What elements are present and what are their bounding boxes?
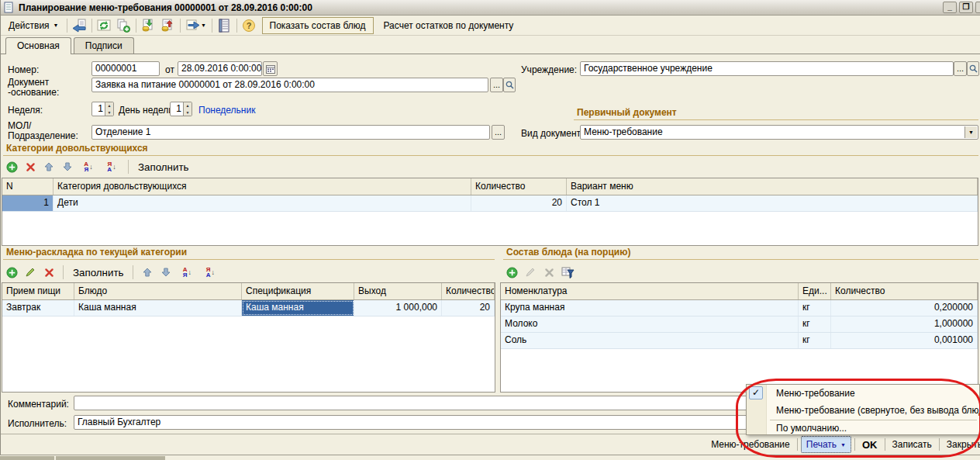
help-button[interactable]: ? [240, 17, 259, 34]
restore-button[interactable]: ❐ [959, 2, 973, 13]
meal-cell[interactable]: Завтрак [2, 300, 74, 316]
close-button[interactable]: × [975, 2, 980, 13]
move-up-button[interactable] [42, 160, 56, 174]
spec-cell-selected[interactable]: Каша манная [242, 300, 354, 316]
delete-row-button[interactable] [42, 265, 56, 279]
column-header-item[interactable]: Номенклатура [501, 283, 799, 299]
delete-row-button[interactable] [23, 160, 37, 174]
add-row-button[interactable] [505, 265, 519, 279]
mol-department-field[interactable]: Отделение 1 [91, 125, 490, 140]
table-row[interactable]: Соль кг 0,001000 [501, 333, 978, 349]
week-stepper[interactable]: 1 ▲▼ [91, 102, 114, 116]
refresh-button[interactable] [95, 17, 114, 34]
print-button[interactable]: Печать ▼ [801, 436, 851, 453]
row-number-cell[interactable]: 1 [2, 195, 53, 211]
fill-from-basis-button[interactable] [70, 17, 89, 34]
column-header-n[interactable]: N [2, 178, 53, 195]
column-header-meal[interactable]: Прием пищи [2, 283, 74, 299]
add-row-button[interactable] [5, 160, 19, 174]
institution-open-button[interactable] [967, 61, 979, 76]
sort-ascending-button[interactable]: АЯ↓ [79, 160, 98, 174]
qty-cell[interactable]: 0,001000 [831, 333, 978, 348]
list-settings-button[interactable] [561, 265, 575, 279]
dish-cell[interactable]: Каша манная [74, 300, 242, 316]
ok-button[interactable]: OK [855, 437, 885, 453]
institution-select-button[interactable]: ... [954, 61, 967, 76]
spin-down-icon[interactable]: ▼ [105, 109, 113, 116]
edit-row-button[interactable] [23, 265, 37, 279]
menu-variant-cell[interactable]: Стол 1 [567, 195, 978, 211]
output-cell[interactable]: 1 000,000 [354, 300, 442, 316]
delete-row-button[interactable] [542, 265, 556, 279]
base-doc-open-button[interactable] [503, 78, 516, 92]
sort-descending-button[interactable]: ЯА↓ [102, 160, 121, 174]
close-document-button[interactable]: Закрыть [940, 437, 980, 452]
column-header-dish[interactable]: Блюдо [74, 283, 242, 299]
tab-signatures[interactable]: Подписи [74, 37, 134, 54]
register-records-button[interactable] [215, 17, 234, 34]
base-doc-field[interactable]: Заявка на питание 00000001 от 28.09.2016… [91, 78, 488, 92]
column-header-qty[interactable]: Количество [471, 178, 567, 195]
table-row[interactable]: Завтрак Каша манная Каша манная 1 000,00… [2, 300, 495, 316]
column-header-qty[interactable]: Количество [442, 283, 495, 299]
menu-item-menu-requirement-collapsed[interactable]: Меню-требование (свернутое, без вывода б… [747, 402, 979, 419]
menu-item-default[interactable]: По умолчанию... [747, 421, 979, 436]
item-cell[interactable]: Крупа манная [501, 300, 799, 316]
show-dish-composition-button[interactable]: Показать состав блюд [262, 17, 374, 34]
minimize-button[interactable]: _ [943, 2, 957, 13]
column-header-qty[interactable]: Количество [831, 283, 978, 299]
institution-field[interactable]: Государственное учреждение [580, 61, 954, 76]
date-field[interactable]: 28.09.2016 0:00:00 [178, 61, 262, 76]
post-document-button[interactable] [139, 17, 158, 34]
actions-menu-button[interactable]: Действия ▼ [3, 18, 64, 33]
qty-cell[interactable]: 1,000000 [831, 316, 978, 332]
doc-kind-combobox[interactable]: Меню-требование ▼ [580, 125, 978, 140]
weekday-stepper[interactable]: 1 ▲▼ [170, 102, 192, 116]
weekday-name-link[interactable]: Понедельник [198, 105, 255, 116]
sort-ascending-button[interactable]: АЯ↓ [178, 265, 196, 279]
table-row[interactable]: Молоко кг 1,000000 [501, 316, 978, 333]
item-cell[interactable]: Молоко [501, 316, 799, 332]
chevron-down-icon[interactable]: ▼ [964, 126, 977, 138]
qty-cell[interactable]: 20 [471, 195, 567, 211]
move-down-button[interactable] [159, 265, 173, 279]
number-field[interactable]: 00000001 [91, 61, 160, 76]
table-row[interactable]: Крупа манная кг 0,200000 [501, 300, 978, 316]
spin-down-icon[interactable]: ▼ [184, 109, 192, 116]
column-header-output[interactable]: Выход [354, 283, 442, 299]
column-header-spec[interactable]: Спецификация [242, 283, 354, 299]
table-row[interactable]: 1 Дети 20 Стол 1 [2, 195, 978, 212]
delete-icon [544, 268, 554, 278]
spin-up-icon[interactable]: ▲ [184, 102, 192, 109]
window-titlebar[interactable]: Планирование меню-требования 00000001 от… [0, 0, 980, 16]
qty-cell[interactable]: 0,200000 [831, 300, 978, 316]
column-header-menu-variant[interactable]: Вариант меню [567, 178, 978, 195]
unit-cell[interactable]: кг [799, 316, 831, 332]
calc-remainders-button[interactable]: Расчет остатков по документу [377, 18, 521, 33]
mol-select-button[interactable]: ... [492, 125, 505, 140]
qty-cell[interactable]: 20 [442, 300, 495, 316]
go-to-button[interactable]: ▼ [183, 17, 209, 34]
copy-add-button[interactable] [114, 17, 133, 34]
unpost-document-button[interactable] [158, 17, 178, 34]
item-cell[interactable]: Соль [501, 333, 799, 348]
category-cell[interactable]: Дети [53, 195, 471, 211]
edit-row-button[interactable] [523, 265, 537, 279]
save-button[interactable]: Записать [885, 437, 939, 452]
base-doc-select-button[interactable]: ... [490, 78, 503, 92]
move-up-button[interactable] [140, 265, 154, 279]
sort-descending-button[interactable]: ЯА↓ [201, 265, 219, 279]
add-row-button[interactable] [5, 265, 19, 279]
unit-cell[interactable]: кг [799, 300, 831, 316]
column-header-category[interactable]: Категория довольствующихся [53, 178, 471, 195]
menu-requirement-button[interactable]: Меню-требование [704, 437, 797, 452]
tab-main[interactable]: Основная [5, 37, 71, 54]
fill-button[interactable]: Заполнить [136, 160, 191, 174]
menu-item-menu-requirement[interactable]: ✓ Меню-требование [747, 385, 979, 402]
fill-button[interactable]: Заполнить [71, 265, 126, 279]
calendar-button[interactable] [263, 61, 278, 76]
column-header-unit[interactable]: Еди... [799, 283, 831, 299]
spin-up-icon[interactable]: ▲ [105, 102, 113, 109]
move-down-button[interactable] [60, 160, 74, 174]
unit-cell[interactable]: кг [799, 333, 831, 348]
